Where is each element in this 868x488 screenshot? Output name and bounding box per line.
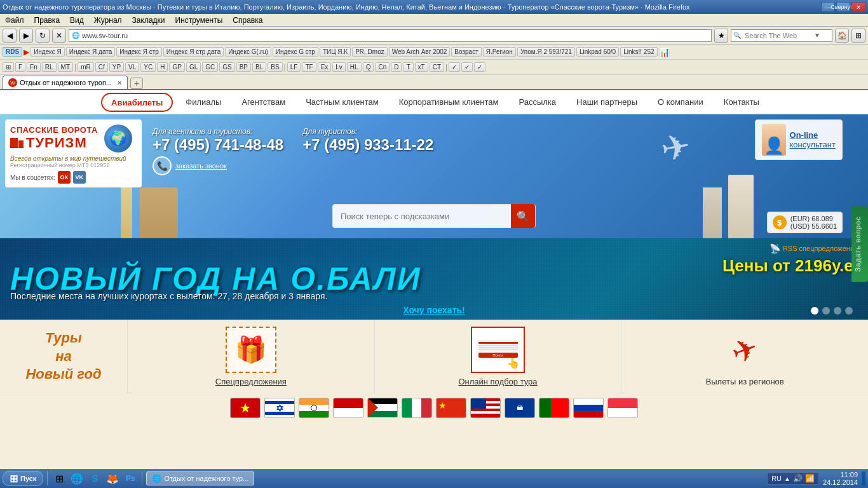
menu-tools[interactable]: Инструменты: [173, 16, 226, 25]
tb2-bs[interactable]: BS: [268, 62, 282, 72]
ask-question-button[interactable]: Задать вопрос: [851, 206, 868, 281]
site-search-input[interactable]: [333, 212, 511, 221]
nav-item-private[interactable]: Частным клиентам: [295, 92, 389, 112]
taskbar-icon-windows[interactable]: ⊞: [51, 471, 67, 485]
tb2-t[interactable]: T: [403, 62, 413, 72]
tb2-f[interactable]: F: [15, 62, 25, 72]
tb2-yp[interactable]: YP: [109, 62, 124, 72]
volume-icon[interactable]: 🔊: [793, 474, 803, 483]
nav-item-partners[interactable]: Наши партнеры: [566, 92, 648, 112]
social-ok[interactable]: ОК: [58, 171, 71, 184]
ya-str-date[interactable]: Индекс Я стр дата: [163, 47, 224, 57]
pr-dmoz[interactable]: PR, Dmoz: [352, 47, 388, 57]
tb2-h[interactable]: H: [157, 62, 168, 72]
consultant-label1[interactable]: On-line: [790, 130, 836, 140]
tab-add-button[interactable]: +: [130, 78, 143, 89]
show-desktop[interactable]: [862, 471, 865, 485]
search-input[interactable]: [743, 32, 813, 39]
dot-3[interactable]: [834, 307, 841, 315]
regional-card[interactable]: ✈ Вылеты из регионов: [621, 320, 868, 393]
linkpad[interactable]: Linkpad 60/0: [576, 47, 619, 57]
menu-file[interactable]: Файл: [3, 16, 27, 25]
search-box[interactable]: 🔍 ▼: [731, 29, 832, 42]
tb2-lv[interactable]: Lv: [332, 62, 346, 72]
flag-indonesia[interactable]: [333, 398, 363, 418]
grid-button[interactable]: ⊞: [851, 29, 865, 43]
dot-1[interactable]: [811, 307, 818, 315]
address-bar[interactable]: 🌐 www.sv-tour.ru: [69, 29, 712, 42]
consultant-widget[interactable]: 👤 On-line консультант: [755, 119, 843, 160]
upom[interactable]: Упом.Я 2 593/721: [517, 47, 575, 57]
special-offers-label[interactable]: Спецпредложения: [215, 377, 287, 386]
home-button[interactable]: 🏠: [835, 29, 849, 43]
nav-item-newsletter[interactable]: Рассылка: [508, 92, 566, 112]
site-search-button[interactable]: 🔍: [511, 204, 535, 228]
flag-russia[interactable]: [573, 398, 604, 418]
flag-singapore[interactable]: [607, 398, 638, 418]
menu-view[interactable]: Вид: [67, 16, 86, 25]
tb2-check[interactable]: ✓: [449, 62, 460, 72]
ya-date[interactable]: Индекс Я дата: [66, 47, 116, 57]
flag-israel[interactable]: ✡: [264, 398, 295, 418]
social-vk[interactable]: VK: [73, 171, 86, 184]
tab-main[interactable]: W Отдых от надежного туроп... ✕: [3, 76, 128, 89]
ya-region[interactable]: Я.Регион: [483, 47, 516, 57]
age[interactable]: Возраст: [451, 47, 481, 57]
flag-italy[interactable]: [402, 398, 432, 418]
flag-nepal[interactable]: 🏔: [505, 398, 535, 418]
forward-button[interactable]: ▶: [19, 29, 33, 43]
banner-cta[interactable]: Хочу поехать!: [403, 305, 465, 315]
tb2-lf[interactable]: LF: [287, 62, 301, 72]
stop-button[interactable]: ✕: [52, 29, 66, 43]
rss-area[interactable]: 📡 RSS спецпредложения: [722, 243, 858, 254]
tb2-1[interactable]: ⊞: [3, 62, 14, 72]
tb2-ex[interactable]: Ex: [318, 62, 332, 72]
tb2-gp[interactable]: GP: [169, 62, 184, 72]
dot-2[interactable]: [822, 307, 830, 315]
reload-button[interactable]: ↻: [36, 29, 50, 43]
search-bar[interactable]: 🔍: [332, 204, 536, 228]
menu-edit[interactable]: Правка: [32, 16, 63, 25]
back-button[interactable]: ◀: [3, 29, 17, 43]
menu-journal[interactable]: Журнал: [92, 16, 125, 25]
flag-malaysia[interactable]: [470, 398, 501, 418]
tb2-ct[interactable]: CT: [430, 62, 444, 72]
tb2-check3[interactable]: ✓: [474, 62, 485, 72]
taskbar-icon-firefox[interactable]: 🦊: [105, 471, 120, 485]
tb2-rl[interactable]: RL: [42, 62, 57, 72]
flag-vietnam[interactable]: ★: [230, 398, 261, 418]
tb2-cn[interactable]: Cn: [375, 62, 390, 72]
nav-item-corp[interactable]: Корпоративным клиентам: [389, 92, 509, 112]
nav-item-agents[interactable]: Агентствам: [231, 92, 295, 112]
tb2-gc[interactable]: GC: [202, 62, 218, 72]
tab-close[interactable]: ✕: [117, 79, 122, 86]
maximize-button[interactable]: Свернуть: [836, 2, 850, 12]
tb2-fn[interactable]: Fn: [27, 62, 41, 72]
taskbar-icon-ie[interactable]: 🌐: [69, 471, 85, 485]
tb2-mt[interactable]: МТ: [58, 62, 73, 72]
network-icon[interactable]: 📶: [805, 474, 815, 483]
tb2-cf[interactable]: Cf: [95, 62, 108, 72]
rds-button[interactable]: RDS: [3, 47, 22, 57]
star-button[interactable]: ★: [714, 29, 728, 43]
links[interactable]: Links!! 252: [620, 47, 657, 57]
tb2-mr[interactable]: mR: [78, 62, 94, 72]
tb2-check2[interactable]: ✓: [461, 62, 473, 72]
special-offers-card[interactable]: 🎁 Спецпредложения: [127, 320, 374, 393]
nav-item-aviabilety[interactable]: Авиабилеты: [101, 93, 173, 112]
ya-arrow[interactable]: ▶: [24, 48, 29, 57]
form-image[interactable]: Поиск 👆: [471, 327, 525, 373]
tb2-bl[interactable]: BL: [252, 62, 266, 72]
consultant-label2[interactable]: консультант: [790, 140, 836, 149]
taskbar-icon-skype[interactable]: S: [87, 471, 102, 485]
tb2-yc[interactable]: YC: [140, 62, 156, 72]
flag-india[interactable]: [299, 398, 329, 418]
online-selection-card[interactable]: Поиск 👆 Онлайн подбор тура: [374, 320, 621, 393]
tb2-gs[interactable]: GS: [219, 62, 234, 72]
start-button[interactable]: ⊞ Пуск: [3, 471, 43, 486]
nav-item-about[interactable]: О компании: [648, 92, 714, 112]
web-arch[interactable]: Web Arch Авг 2002: [389, 47, 451, 57]
regional-label[interactable]: Вылеты из регионов: [706, 377, 784, 386]
banner-cta-area[interactable]: Хочу поехать!: [403, 304, 465, 316]
tb2-xt[interactable]: xT: [415, 62, 428, 72]
